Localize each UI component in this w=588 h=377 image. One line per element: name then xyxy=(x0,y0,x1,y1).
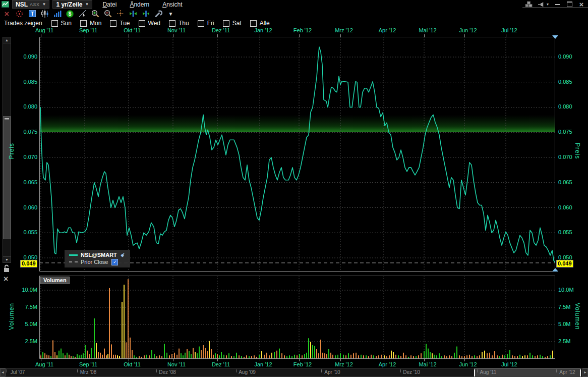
day-filter-fri[interactable]: Fri xyxy=(198,20,214,27)
volume-bar xyxy=(378,355,379,359)
volume-bar xyxy=(89,354,90,359)
volume-bar xyxy=(193,348,194,359)
day-checkbox[interactable] xyxy=(250,20,257,27)
day-checkbox[interactable] xyxy=(110,20,116,27)
time-navigator[interactable]: ◄ ► Jul '07Mrz '08Dez '08Aug '09Apr '10D… xyxy=(0,368,588,376)
volume-bar xyxy=(61,349,62,359)
volume-bar xyxy=(221,352,222,359)
volume-bar xyxy=(56,355,57,359)
price-tick-label: 0.090 xyxy=(0,53,37,60)
snap-mode-icon[interactable] xyxy=(15,10,24,18)
fit-bars-icon[interactable] xyxy=(129,10,137,18)
pane-resize-handle-top[interactable] xyxy=(552,35,558,39)
volume-bar xyxy=(489,353,490,359)
navigator-thumb-grip-right[interactable] xyxy=(580,369,581,376)
volume-bar xyxy=(126,342,127,359)
menu-item-1[interactable]: Ändern xyxy=(130,1,149,8)
day-checkbox[interactable] xyxy=(223,20,229,27)
day-filter-alle[interactable]: Alle xyxy=(250,20,270,27)
day-filter-mon[interactable]: Mon xyxy=(80,20,101,27)
volume-pane[interactable] xyxy=(39,276,555,359)
volume-bar xyxy=(391,351,392,359)
volume-bar xyxy=(169,355,170,359)
delete-icon[interactable] xyxy=(3,10,11,18)
month-label: Nov '11 xyxy=(167,27,186,33)
day-filter-thu[interactable]: Thu xyxy=(169,20,189,27)
volume-bar xyxy=(77,354,78,359)
pin-menu[interactable]: ▾ xyxy=(538,1,549,8)
volume-bar xyxy=(337,355,338,359)
volume-bar xyxy=(479,355,480,359)
trades-filter-row: Trades zeigen SunMonTueWedThuFriSatAlle xyxy=(0,18,588,28)
volume-bar xyxy=(492,355,493,359)
day-label: Sun xyxy=(61,20,72,27)
navigator-left-arrow[interactable]: ◄ xyxy=(0,368,6,376)
day-checkbox[interactable] xyxy=(169,20,175,27)
pane-resize-handle-bottom[interactable] xyxy=(552,268,558,272)
series-name: NSL@SMART xyxy=(81,252,117,258)
volume-bar xyxy=(154,354,155,359)
trades-dollar-icon[interactable]: $ xyxy=(66,10,74,18)
month-label: Feb '12 xyxy=(293,27,312,33)
navigator-right-arrow[interactable]: ► xyxy=(582,368,588,376)
legend-series-row[interactable]: NSL@SMART ☛ xyxy=(69,251,126,258)
volume-bar xyxy=(424,351,425,359)
day-checkbox[interactable] xyxy=(198,20,204,27)
more-tools-icon[interactable]: ▼ xyxy=(166,10,175,18)
navigator-date-label: Dez '08 xyxy=(159,368,176,376)
close-pane-button[interactable]: × xyxy=(4,275,8,284)
volume-bar xyxy=(187,349,188,359)
text-tool-icon[interactable]: T xyxy=(28,10,36,18)
shift-bars-icon[interactable] xyxy=(141,10,150,18)
candlestick-icon[interactable] xyxy=(40,10,49,18)
menu-item-0[interactable]: Datei xyxy=(102,1,116,8)
workspace-cubes-icon[interactable] xyxy=(525,1,533,8)
volume-bar xyxy=(104,349,105,359)
volume-bar xyxy=(304,354,305,359)
unlock-icon[interactable] xyxy=(3,264,10,273)
price-tick-label: 0.065 xyxy=(558,179,588,185)
volume-bar xyxy=(106,355,107,359)
volume-bar xyxy=(195,352,196,359)
prior-close-checkbox[interactable]: ✓ xyxy=(111,259,118,265)
day-filter-wed[interactable]: Wed xyxy=(139,20,160,27)
pin-icon xyxy=(538,1,544,8)
maximize-button[interactable] xyxy=(566,1,573,8)
month-label: Jun '12 xyxy=(459,27,477,33)
close-button[interactable]: × xyxy=(578,1,585,8)
zoom-out-icon[interactable] xyxy=(103,10,112,18)
price-tick-label: 0.060 xyxy=(558,204,588,210)
day-filter-tue[interactable]: Tue xyxy=(110,20,130,27)
price-axis-title-right: Preis xyxy=(574,143,581,159)
volume-bar xyxy=(436,355,437,359)
month-label: Jan '12 xyxy=(254,361,272,367)
month-label: Feb '12 xyxy=(293,361,312,367)
volume-chart-icon[interactable] xyxy=(53,10,62,18)
navigator-thumb-grip-left[interactable] xyxy=(474,369,475,376)
volume-bar xyxy=(312,345,313,359)
volume-bar xyxy=(276,351,277,359)
day-checkbox[interactable] xyxy=(51,20,58,27)
day-checkbox[interactable] xyxy=(80,20,87,27)
price-pane[interactable] xyxy=(39,37,555,272)
month-label: Nov '11 xyxy=(167,361,186,367)
price-tick-label: 0.060 xyxy=(0,204,37,210)
last-price-badge-right: 0.049 xyxy=(556,260,573,267)
pin-caret-icon: ▾ xyxy=(547,2,549,7)
menu-item-2[interactable]: Ansicht xyxy=(162,1,182,8)
minimize-button[interactable] xyxy=(554,1,561,8)
day-filter-sat[interactable]: Sat xyxy=(223,20,242,27)
volume-bar xyxy=(418,355,419,359)
day-checkbox[interactable] xyxy=(139,20,145,27)
settings-wrench-icon[interactable] xyxy=(154,10,162,18)
crosshair-icon[interactable] xyxy=(116,10,125,18)
zoom-in-icon[interactable] xyxy=(91,10,99,18)
bottom-month-axis: Aug '11Sep '11Okt '11Nov '11Dez '11Jan '… xyxy=(0,361,588,368)
period-selector[interactable]: 1 yr/Zeile ▼ xyxy=(52,0,92,9)
day-filter-sun[interactable]: Sun xyxy=(51,20,72,27)
volume-bar xyxy=(87,351,88,359)
symbol-selector[interactable]: NSL ASX ▼ xyxy=(12,0,49,9)
trendline-tool-icon[interactable] xyxy=(78,10,87,18)
volume-bar xyxy=(219,355,220,359)
navigator-date-label: Apr '12 xyxy=(559,368,575,376)
